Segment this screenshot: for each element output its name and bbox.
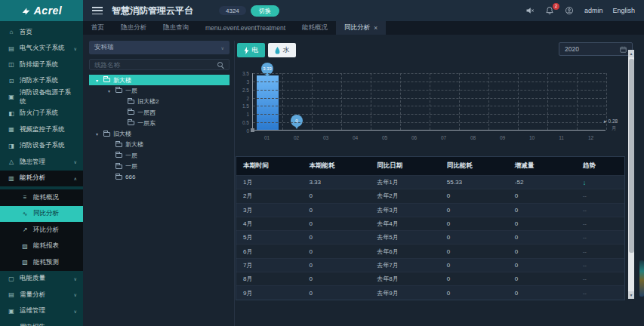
line-tree-panel: 安科瑞 ∨ ▾新大楼▾一层旧大楼2一层西一层东▾旧大楼新大楼一层一层666	[89, 41, 230, 326]
close-tab-icon[interactable]: ×	[374, 24, 377, 32]
sidebar-item-video-monitor[interactable]: ▦ 视频监控子系统	[0, 121, 83, 138]
tree-caret-icon[interactable]: ▾	[94, 78, 100, 83]
scroll-up-button[interactable]: ▲	[628, 50, 634, 57]
switch-button[interactable]: 切换	[251, 5, 279, 17]
sidebar-item-mom-analysis[interactable]: ↗ 环比分析	[0, 222, 83, 238]
table-cell: 7月	[236, 261, 302, 269]
vertical-scrollbar[interactable]: ▲ ▼	[628, 50, 634, 299]
user-circle-icon[interactable]	[565, 6, 575, 16]
volume-muted-icon[interactable]	[525, 6, 535, 16]
sidebar-item-label: 首页	[20, 28, 32, 37]
x-axis-tick: 03	[311, 135, 340, 140]
sidebar-item-electricity-report[interactable]: ▱ 用电报告	[0, 319, 83, 326]
table-cell: 55.33	[440, 179, 508, 186]
sidebar-item-electric-fire[interactable]: ▤ 电气火灾子系统 ∨	[0, 41, 83, 57]
sidebar-item-yoy-analysis[interactable]: ∿ 同比分析	[0, 206, 83, 223]
tree-node[interactable]: 一层	[89, 150, 230, 161]
year-picker[interactable]: 2020	[559, 42, 633, 56]
tab-yoy-analysis[interactable]: 同比分析 ×	[336, 21, 386, 35]
tree-caret-icon[interactable]: ▾	[94, 131, 100, 137]
search-icon[interactable]	[217, 61, 224, 69]
username-menu[interactable]: admin	[584, 7, 603, 14]
y-axis-tick: 2.5	[237, 88, 249, 93]
water-toggle-button[interactable]: 水	[268, 43, 296, 57]
org-select-value: 安科瑞	[94, 43, 114, 52]
sidebar-item-power-supply[interactable]: ▣ 消防设备电源子系统	[0, 89, 83, 106]
tab-home[interactable]: 首页	[83, 21, 112, 35]
sidebar-item-energy-forecast[interactable]: ▧ 能耗预测	[0, 254, 83, 271]
sidebar-item-energy-overview[interactable]: ≡ 能耗概况	[0, 189, 83, 206]
table-cell: 去年5月	[370, 233, 440, 241]
sidebar-item-fire-device[interactable]: ◨ 消防设备子系统	[0, 138, 83, 155]
tree-node[interactable]: 新大楼	[89, 140, 230, 150]
table-row: 6月0去年6月00--	[236, 244, 624, 257]
x-axis-tick: 04	[340, 135, 370, 140]
column-header: 本期时间	[236, 161, 302, 171]
sidebar-item-label: 能耗预测	[33, 258, 59, 267]
y-axis-tick: 1	[237, 112, 249, 117]
electric-toggle-button[interactable]: 电	[237, 43, 265, 57]
chart-point-label-feb: 0	[291, 115, 303, 127]
tree-node[interactable]: 一层	[89, 161, 230, 171]
sidebar-item-label: 消防设备子系统	[20, 141, 65, 150]
home-icon: ⌂	[8, 29, 15, 35]
tree-node[interactable]: ▾一层	[89, 85, 230, 96]
sidebar-item-hazard-mgmt[interactable]: △ 隐患管理 ∨	[0, 154, 83, 171]
chart-bar-jan	[257, 75, 279, 130]
power-quality-icon: ▢	[8, 275, 15, 282]
table-cell: 0	[302, 262, 370, 269]
tree-node[interactable]: 一层西	[89, 107, 230, 118]
sidebar-item-fire-water[interactable]: ⊡ 消防水子系统	[0, 73, 83, 90]
tab-energy-overview[interactable]: 能耗概况	[294, 21, 336, 35]
x-axis-tick: 06	[399, 135, 429, 140]
sidebar-item-label: 能耗报表	[33, 241, 59, 251]
tab-event-treatment[interactable]: menu.event.eventTreatment	[197, 21, 294, 35]
tab-hazard-analysis[interactable]: 隐患分析	[112, 21, 155, 35]
page-title: 智慧消防管理云平台	[112, 5, 193, 17]
collapse-menu-icon[interactable]	[92, 7, 103, 14]
table-cell: 3.33	[302, 179, 370, 186]
table-cell: 去年7月	[370, 261, 440, 269]
trend-value: --	[576, 220, 624, 227]
energy-overview-icon: ≡	[21, 194, 29, 201]
folder-icon	[116, 143, 122, 147]
sidebar-item-label: 消防设备电源子系统	[20, 88, 77, 106]
tab-hazard-query[interactable]: 隐患查询	[155, 21, 197, 35]
sidebar-item-label: 同比分析	[33, 209, 59, 218]
table-cell: 0	[302, 275, 370, 282]
app-window: Acrel 智慧消防管理云平台 4324 切换 2 admin English …	[0, 0, 644, 326]
notification-bell-icon[interactable]: 2	[545, 6, 555, 16]
language-switcher[interactable]: English	[612, 7, 635, 14]
axis-end-marker: ▸ 0.28	[604, 118, 618, 125]
sidebar-item-power-quality[interactable]: ▢ 电能质量 ∨	[0, 271, 83, 288]
org-select[interactable]: 安科瑞 ∨	[89, 41, 230, 54]
table-cell: 8月	[236, 275, 302, 283]
table-row: 5月0去年5月00--	[236, 230, 624, 244]
scrollbar-thumb[interactable]	[629, 59, 634, 253]
sidebar-item-smoke-control[interactable]: ◫ 防排烟子系统	[0, 57, 83, 73]
sidebar-item-energy-analysis[interactable]: ▥ 能耗分析 ∧	[0, 171, 83, 187]
x-axis-unit: 月	[612, 125, 617, 132]
tree-node[interactable]: 666	[89, 172, 230, 183]
tree-node[interactable]: 一层东	[89, 118, 230, 128]
sidebar-item-fire-door[interactable]: ◧ 防火门子系统	[0, 106, 83, 122]
fire-water-icon: ⊡	[8, 78, 15, 85]
line-search-input[interactable]	[94, 61, 217, 69]
tree-node[interactable]: ▾旧大楼	[89, 128, 230, 139]
tree-node[interactable]: 旧大楼2	[89, 97, 230, 107]
axis-pointer-handle[interactable]	[251, 128, 254, 132]
sidebar-item-energy-report[interactable]: ▨ 能耗报表	[0, 238, 83, 255]
table-row: 3月0去年3月00--	[236, 203, 624, 217]
gridline	[547, 73, 548, 130]
table-row: 8月0去年8月00--	[236, 272, 624, 285]
table-cell: 1月	[236, 178, 302, 186]
table-cell: -52	[508, 179, 576, 186]
sidebar-item-demand-analysis[interactable]: ▤ 需量分析 ∨	[0, 287, 83, 303]
tree-node-label: 一层西	[137, 109, 156, 117]
tree-node[interactable]: ▾新大楼	[89, 75, 230, 85]
tree-caret-icon[interactable]: ▾	[106, 88, 112, 94]
folder-icon	[128, 121, 134, 125]
sidebar-item-ops-mgmt[interactable]: ▣ 运维管理 ∨	[0, 303, 83, 320]
sidebar-item-home[interactable]: ⌂ 首页	[0, 24, 83, 41]
scroll-down-button[interactable]: ▼	[628, 291, 634, 299]
